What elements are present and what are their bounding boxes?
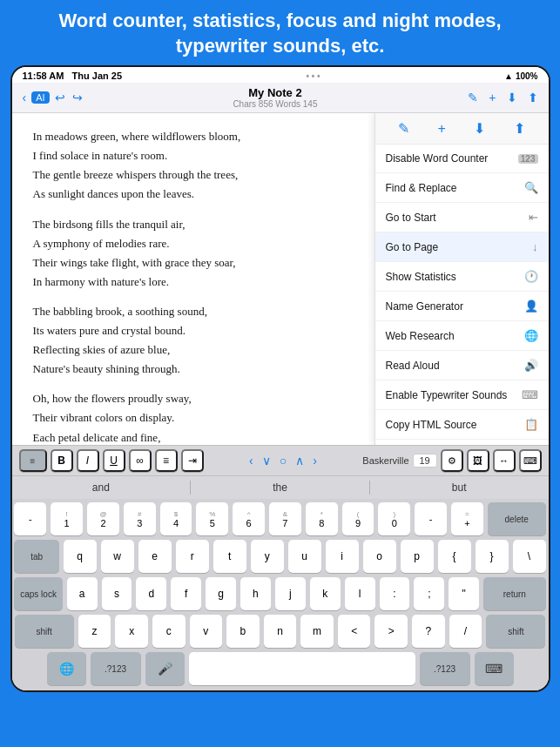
back-button[interactable]: ‹ [21, 89, 29, 106]
download-button[interactable]: ⬇ [505, 89, 519, 106]
tab-key[interactable]: tab [14, 540, 58, 573]
italic-button[interactable]: I [77, 449, 99, 472]
keyboard-hide-key[interactable]: ⌨ [475, 652, 514, 685]
format-list-button[interactable]: ≡ [19, 449, 47, 472]
key-4[interactable]: $4 [160, 502, 192, 535]
key-6[interactable]: ^6 [233, 502, 265, 535]
nav-up-button[interactable]: ∧ [292, 454, 307, 468]
key-h[interactable]: h [240, 577, 271, 610]
key-g[interactable]: g [206, 577, 236, 610]
key-c[interactable]: c [152, 615, 186, 648]
key-l[interactable]: l [345, 577, 375, 610]
format-more-button[interactable]: ↔ [493, 449, 516, 472]
dictation-key[interactable]: 🎤 [145, 652, 185, 685]
key-colon[interactable]: : [380, 577, 410, 610]
key-slash[interactable]: / [449, 615, 482, 648]
nav-left-button[interactable]: ‹ [246, 454, 257, 468]
menu-item-word-counter[interactable]: Disable Word Counter 123 [375, 145, 549, 173]
key-open-bracket[interactable]: { [438, 540, 471, 573]
shift-left-key[interactable]: shift [15, 615, 74, 648]
return-key[interactable]: return [483, 577, 545, 610]
suggestion-3[interactable]: but [370, 481, 549, 494]
key-t[interactable]: t [213, 540, 246, 573]
plus-button[interactable]: + [487, 89, 497, 106]
delete-key[interactable]: delete [488, 502, 546, 535]
key-p[interactable]: p [401, 540, 434, 573]
key-7[interactable]: &7 [269, 502, 301, 535]
underline-button[interactable]: U [103, 449, 125, 472]
key-close-bracket[interactable]: } [476, 540, 509, 573]
key-plus[interactable]: =+ [451, 502, 483, 535]
num-key-left[interactable]: .?123 [91, 652, 141, 685]
panel-download-icon[interactable]: ⬇ [474, 120, 485, 137]
key-v[interactable]: v [190, 615, 223, 648]
key-r[interactable]: r [176, 540, 209, 573]
key-f[interactable]: f [171, 577, 201, 610]
document-area[interactable]: In meadows green, where wildflowers bloo… [12, 113, 374, 445]
key-semicolon[interactable]: ; [414, 577, 444, 610]
suggestion-2[interactable]: the [191, 481, 369, 494]
num-key-right[interactable]: .?123 [420, 652, 470, 685]
align-button[interactable]: ≡ [155, 449, 178, 472]
nav-circle-button[interactable]: ○ [276, 454, 290, 468]
key-z[interactable]: z [78, 615, 111, 648]
undo-button[interactable]: ↩ [53, 89, 67, 106]
space-key[interactable] [189, 652, 415, 685]
shift-right-key[interactable]: shift [486, 615, 545, 648]
panel-pencil-icon[interactable]: ✎ [398, 120, 409, 137]
caps-lock-key[interactable]: caps lock [14, 577, 62, 610]
key-9[interactable]: (9 [342, 502, 374, 535]
nav-down-button[interactable]: ∨ [259, 454, 274, 468]
menu-item-go-page[interactable]: Go to Page ↓ [375, 232, 549, 262]
menu-item-statistics[interactable]: Show Statistics 🕐 [375, 262, 549, 292]
indent-button[interactable]: ⇥ [181, 449, 204, 472]
key-e[interactable]: e [138, 540, 172, 573]
key-question[interactable]: ? [412, 615, 445, 648]
share-button[interactable]: ⬆ [526, 89, 540, 106]
nav-right-button[interactable]: › [309, 454, 320, 468]
link-button[interactable]: ∞ [129, 449, 152, 472]
key-minus[interactable]: - [14, 502, 46, 535]
key-2[interactable]: @2 [87, 502, 119, 535]
key-y[interactable]: y [251, 540, 284, 573]
key-5[interactable]: %5 [196, 502, 228, 535]
key-quote[interactable]: " [449, 577, 479, 610]
key-1[interactable]: !1 [51, 502, 83, 535]
key-0[interactable]: )0 [378, 502, 410, 535]
key-gt[interactable]: > [374, 615, 408, 648]
menu-item-copy-html[interactable]: Copy HTML Source 📋 [375, 410, 549, 440]
key-dash[interactable]: - [415, 502, 447, 535]
key-d[interactable]: d [136, 577, 166, 610]
key-k[interactable]: k [310, 577, 341, 610]
key-a[interactable]: a [67, 577, 98, 610]
menu-item-read-aloud[interactable]: Read Aloud 🔊 [375, 351, 549, 380]
font-settings-button[interactable]: ⚙ [441, 449, 463, 472]
key-lt[interactable]: < [338, 615, 371, 648]
redo-button[interactable]: ↪ [71, 89, 84, 106]
panel-share-icon[interactable]: ⬆ [514, 120, 525, 137]
key-i[interactable]: i [326, 540, 359, 573]
key-j[interactable]: j [275, 577, 306, 610]
ai-button[interactable]: AI [31, 91, 49, 104]
menu-item-go-start[interactable]: Go to Start ⇤ [375, 203, 549, 232]
key-o[interactable]: o [363, 540, 396, 573]
font-size[interactable]: 19 [413, 454, 437, 468]
key-s[interactable]: s [102, 577, 132, 610]
key-n[interactable]: n [264, 615, 297, 648]
key-8[interactable]: *8 [306, 502, 338, 535]
key-b[interactable]: b [226, 615, 260, 648]
menu-item-web-research[interactable]: Web Research 🌐 [375, 321, 549, 351]
key-3[interactable]: #3 [124, 502, 156, 535]
menu-item-name-generator[interactable]: Name Generator 👤 [375, 292, 549, 321]
bold-button[interactable]: B [51, 449, 73, 472]
pencil-icon[interactable]: ✎ [466, 89, 480, 106]
key-m[interactable]: m [300, 615, 334, 648]
menu-item-find-replace[interactable]: Find & Replace 🔍 [375, 173, 549, 203]
suggestion-1[interactable]: and [12, 481, 191, 494]
image-button[interactable]: 🖼 [467, 449, 489, 472]
key-q[interactable]: q [64, 540, 97, 573]
globe-key[interactable]: 🌐 [47, 652, 86, 685]
keyboard-hide-button[interactable]: ⌨ [519, 449, 542, 472]
key-u[interactable]: u [288, 540, 321, 573]
key-x[interactable]: x [115, 615, 148, 648]
